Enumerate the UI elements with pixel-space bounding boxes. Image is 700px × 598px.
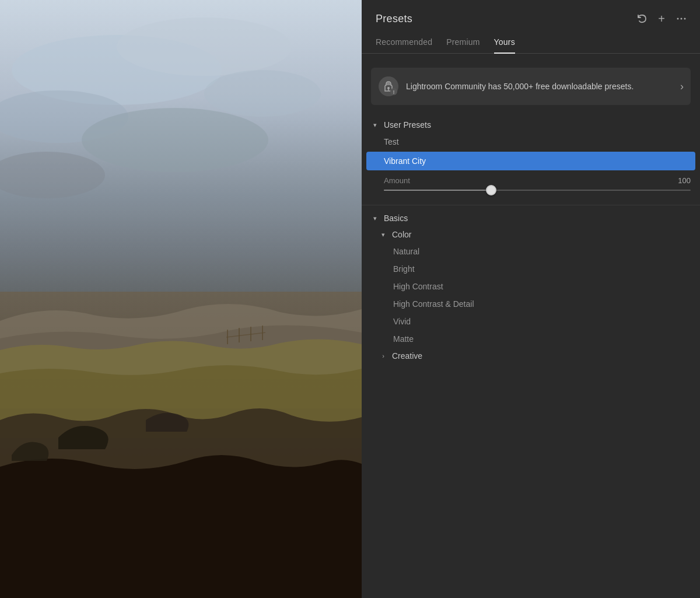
preset-item-vibrant-city[interactable]: Vibrant City <box>366 152 695 170</box>
more-options-button[interactable] <box>674 12 688 26</box>
amount-slider-container <box>362 187 700 200</box>
svg-point-2 <box>117 18 292 76</box>
amount-label: Amount <box>384 176 410 185</box>
community-banner[interactable]: ! Lightroom Community has 50,000+ free d… <box>371 68 691 105</box>
tab-yours[interactable]: Yours <box>494 33 515 54</box>
undo-icon <box>636 13 648 25</box>
add-icon: + <box>658 13 665 25</box>
tabs-container: Recommended Premium Yours <box>362 33 700 54</box>
color-label: Color <box>392 230 411 239</box>
photo-overlay-svg <box>0 0 362 598</box>
photo-panel <box>0 0 362 598</box>
preset-item-bright[interactable]: Bright <box>362 260 700 278</box>
section-divider-1 <box>362 205 700 205</box>
community-icon: ! <box>378 76 399 97</box>
user-presets-header[interactable]: ▾ User Presets <box>362 117 700 133</box>
amount-row: Amount 100 <box>362 172 700 187</box>
community-arrow: › <box>678 81 684 93</box>
user-presets-chevron: ▾ <box>371 121 379 129</box>
header-actions: + <box>635 12 688 26</box>
svg-point-4 <box>204 70 321 117</box>
svg-point-13 <box>677 18 679 20</box>
tab-premium[interactable]: Premium <box>446 33 480 54</box>
color-subsection-header[interactable]: ▾ Color <box>362 226 700 243</box>
svg-point-14 <box>681 18 682 20</box>
community-text: Lightroom Community has 50,000+ free dow… <box>406 81 671 92</box>
preset-item-matte[interactable]: Matte <box>362 330 700 348</box>
svg-point-15 <box>684 18 686 20</box>
tab-recommended[interactable]: Recommended <box>376 33 432 54</box>
svg-text:!: ! <box>393 89 395 95</box>
creative-label: Creative <box>392 351 422 361</box>
preset-item-vivid[interactable]: Vivid <box>362 313 700 330</box>
preset-item-natural[interactable]: Natural <box>362 243 700 260</box>
add-preset-button[interactable]: + <box>657 12 666 26</box>
preset-item-high-contrast-detail[interactable]: High Contrast & Detail <box>362 295 700 313</box>
amount-slider-fill <box>384 190 491 191</box>
more-options-icon <box>676 13 687 25</box>
amount-slider-track[interactable] <box>384 190 691 191</box>
panel-header: Presets + <box>362 0 700 33</box>
panel-title: Presets <box>376 13 412 25</box>
undo-button[interactable] <box>635 12 649 26</box>
creative-subsection-header[interactable]: › Creative <box>362 348 700 364</box>
svg-point-17 <box>387 87 390 89</box>
amount-slider-thumb[interactable] <box>486 185 496 195</box>
preset-item-high-contrast[interactable]: High Contrast <box>362 278 700 295</box>
basics-chevron: ▾ <box>371 215 379 222</box>
panel-content: ! Lightroom Community has 50,000+ free d… <box>362 54 700 598</box>
amount-value: 100 <box>678 176 691 185</box>
presets-panel: Presets + Recommended <box>362 0 700 598</box>
creative-chevron: › <box>379 352 387 359</box>
user-presets-label: User Presets <box>384 120 431 130</box>
preset-item-test[interactable]: Test <box>362 133 700 151</box>
svg-point-5 <box>82 108 268 172</box>
basics-header[interactable]: ▾ Basics <box>362 210 700 226</box>
color-chevron: ▾ <box>379 231 387 239</box>
basics-label: Basics <box>384 214 408 223</box>
